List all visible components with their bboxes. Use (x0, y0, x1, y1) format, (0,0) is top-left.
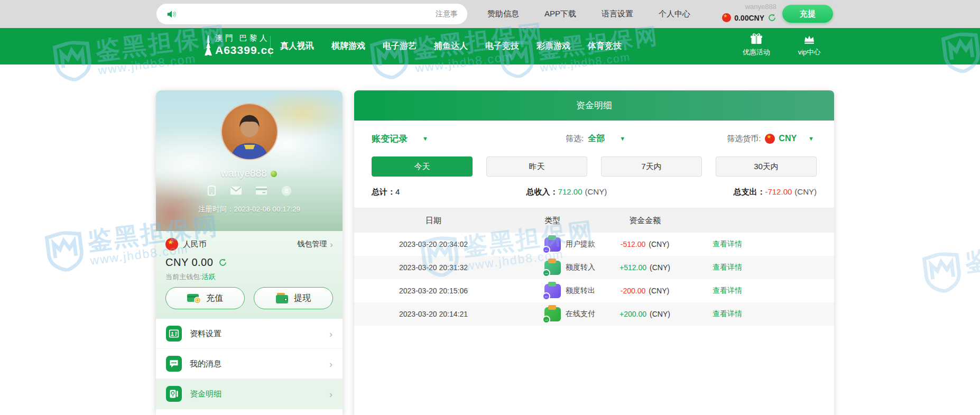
phone-icon[interactable] (207, 186, 216, 196)
withdraw-button[interactable]: 提现 (254, 287, 333, 309)
profile-username-row: wanye888 (156, 168, 343, 179)
main-navbar: 澳門 巴黎人 A63399.cc 真人视讯 棋牌游戏 电子游艺 捕鱼达人 电子竞… (0, 28, 980, 64)
refresh-icon[interactable] (768, 13, 776, 22)
date-range-tabs: 今天 昨天 7天内 30天内 (354, 156, 834, 177)
recharge-withdraw-button[interactable]: 充提 (782, 5, 833, 23)
wallet-manage-link[interactable]: 钱包管理 › (297, 239, 333, 249)
summary-expense: 总支出：-712.00(CNY) (733, 187, 817, 197)
bank-card-icon[interactable] (256, 186, 267, 196)
row-type-label: 用户提款 (566, 239, 595, 249)
nav-item-lottery[interactable]: 彩票游戏 (537, 41, 570, 52)
menu-item-messages[interactable]: 我的消息 › (156, 349, 343, 379)
logo-text: 澳門 巴黎人 A63399.cc (215, 33, 274, 57)
row-type: → 额度转入 (513, 261, 592, 275)
record-type-dropdown[interactable]: 账变记录 ▼ (372, 133, 428, 145)
level-badge-icon (270, 170, 278, 178)
main-wallet-label: 当前主钱包: (165, 273, 202, 281)
nav-item-sports[interactable]: 体育竞技 (588, 41, 622, 52)
nav-item-board-games[interactable]: 棋牌游戏 (331, 41, 365, 52)
nav-promo[interactable]: 优惠活动 (739, 33, 774, 57)
summary-income-value: 712.00 (558, 187, 583, 196)
top-link-sponsor[interactable]: 赞助信息 (487, 9, 519, 19)
china-flag-icon (165, 238, 178, 251)
crown-icon (803, 33, 816, 45)
top-link-personal-center[interactable]: 个人中心 (659, 9, 690, 19)
announcement-bar[interactable]: 注意事 (156, 4, 467, 24)
table-row: 2023-03-20 20:34:02 ← 用户提款 -512.00(CNY) … (354, 233, 834, 256)
col-header-type: 类型 (513, 216, 592, 226)
profile-binding-icons: B (156, 186, 343, 196)
amount-value: -200.00 (621, 287, 645, 295)
currency-filter-label: 筛选货币: (727, 134, 761, 144)
filter-value: 全部 (588, 133, 605, 144)
deposit-card-icon (187, 293, 201, 304)
withdraw-label: 提现 (294, 293, 311, 304)
site-logo[interactable]: 澳門 巴黎人 A63399.cc (205, 32, 274, 57)
tab-30days[interactable]: 30天内 (716, 156, 817, 177)
refresh-icon[interactable] (218, 258, 227, 267)
nav-promo-label: 优惠活动 (743, 48, 770, 57)
nav-item-fishing[interactable]: 捕鱼达人 (434, 41, 468, 52)
row-date: 2023-03-20 20:31:32 (354, 263, 513, 272)
bitcoin-icon[interactable]: B (281, 186, 292, 196)
nav-item-esports[interactable]: 电子竞技 (485, 41, 519, 52)
summary-row: 总计：4 总收入：712.00(CNY) 总支出：-712.00(CNY) (354, 177, 834, 208)
nav-separator (270, 36, 271, 57)
view-details-link[interactable]: 查看详情 (713, 309, 742, 318)
online-payment-icon: → (544, 307, 561, 321)
caret-down-icon: ▼ (620, 135, 625, 142)
watermark: 鉴黑担保网 (921, 234, 980, 295)
chevron-right-icon: › (329, 389, 332, 399)
svg-text:B: B (284, 188, 289, 194)
china-flag-icon (722, 13, 731, 22)
summary-total-value: 4 (395, 187, 400, 196)
amount-currency: (CNY) (650, 263, 670, 272)
nav-vip[interactable]: vip中心 (792, 33, 827, 57)
view-details-link[interactable]: 查看详情 (713, 286, 742, 294)
nav-item-slots[interactable]: 电子游艺 (383, 41, 417, 52)
eiffel-tower-icon (205, 32, 212, 56)
main-wallet-status: 活跃 (202, 273, 216, 281)
chevron-right-icon: › (329, 359, 332, 369)
row-date: 2023-03-20 20:14:21 (354, 310, 513, 318)
menu-item-funds-detail[interactable]: 资金明细 › (156, 379, 343, 409)
menu-item-profile-settings[interactable]: 资料设置 › (156, 319, 343, 349)
caret-down-icon: ▼ (422, 135, 428, 142)
profile-menu: 资料设置 › 我的消息 › (156, 319, 343, 409)
nav-item-live[interactable]: 真人视讯 (280, 41, 314, 52)
tab-today[interactable]: 今天 (372, 156, 473, 177)
profile-card: wanye888 B (156, 90, 343, 415)
caret-down-icon: ▼ (808, 135, 814, 142)
row-type: ← 额度转出 (513, 284, 592, 298)
table-row: 2023-03-20 20:15:06 ← 额度转出 -200.00(CNY) … (354, 279, 834, 302)
row-amount: +200.00(CNY) (592, 310, 698, 318)
chevron-right-icon: › (329, 329, 332, 339)
withdraw-wallet-icon (276, 293, 289, 304)
top-link-language[interactable]: 语言设置 (602, 9, 633, 19)
view-details-link[interactable]: 查看详情 (713, 263, 742, 271)
ledger-icon (166, 386, 182, 402)
gift-icon (750, 33, 763, 45)
tab-7days[interactable]: 7天内 (601, 156, 702, 177)
deposit-button[interactable]: 充值 (165, 287, 245, 309)
mail-icon[interactable] (230, 186, 242, 196)
register-time: 注册时间：2023-02-06 00:17:29 (156, 205, 343, 214)
summary-income-label: 总收入： (526, 187, 558, 196)
row-amount: -512.00(CNY) (592, 240, 698, 248)
nav-vip-label: vip中心 (798, 48, 821, 57)
currency-filter-value: CNY (779, 134, 797, 143)
menu-label: 我的消息 (190, 359, 329, 369)
logo-line2: A63399.cc (215, 44, 274, 57)
tab-yesterday[interactable]: 昨天 (486, 156, 587, 177)
chat-bubble-icon (166, 356, 182, 372)
row-date: 2023-03-20 20:34:02 (354, 240, 513, 248)
currency-filter-dropdown[interactable]: 筛选货币: CNY ▼ (727, 134, 814, 144)
summary-expense-label: 总支出： (733, 187, 765, 196)
avatar[interactable] (221, 103, 278, 160)
view-details-link[interactable]: 查看详情 (713, 239, 742, 248)
filter-dropdown[interactable]: 筛选: 全部 ▼ (566, 133, 625, 144)
top-link-app-download[interactable]: APP下载 (544, 9, 576, 19)
topbar-balance: 0.00CNY (734, 14, 764, 22)
announcement-text: 注意事 (178, 10, 458, 19)
row-type-label: 额度转出 (566, 286, 595, 296)
